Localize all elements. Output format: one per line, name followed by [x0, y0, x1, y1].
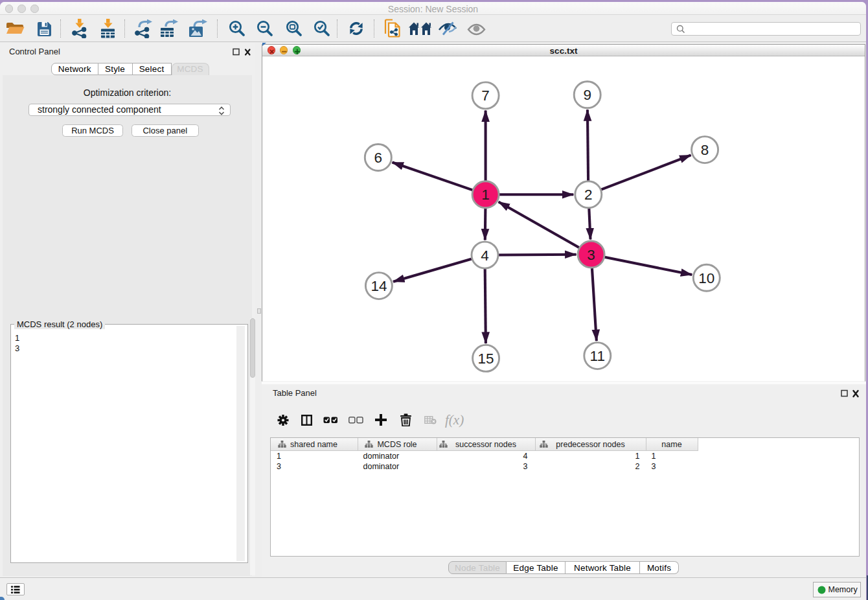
- svg-text:9: 9: [583, 87, 591, 103]
- svg-text:15: 15: [478, 350, 494, 366]
- svg-text:3: 3: [587, 246, 595, 262]
- svg-text:8: 8: [701, 142, 709, 158]
- svg-text:7: 7: [481, 87, 490, 104]
- svg-text:10: 10: [698, 270, 714, 286]
- svg-text:4: 4: [481, 247, 489, 263]
- svg-text:11: 11: [590, 348, 605, 364]
- svg-text:1: 1: [481, 187, 490, 203]
- svg-text:2: 2: [584, 187, 593, 203]
- svg-text:14: 14: [371, 278, 387, 294]
- svg-text:6: 6: [374, 150, 383, 166]
